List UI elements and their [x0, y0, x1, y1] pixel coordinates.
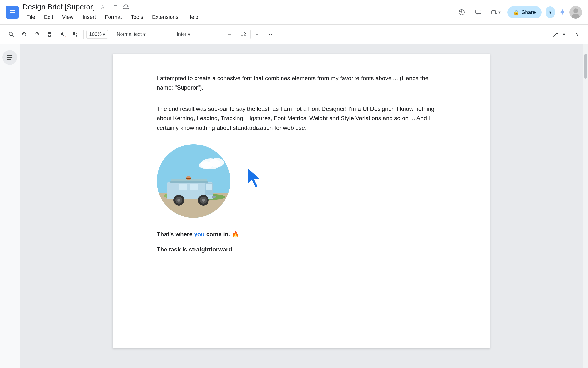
menu-bar: File Edit View Insert Format Tools Exten… [23, 13, 451, 22]
image-row [157, 144, 446, 218]
divider-3 [171, 30, 171, 39]
divider-2 [111, 30, 111, 39]
share-dropdown-button[interactable]: ▾ [546, 6, 555, 18]
paragraph-2: The end result was sub-par to say the le… [157, 104, 446, 132]
svg-rect-39 [186, 178, 191, 179]
style-chevron: ▾ [143, 31, 146, 37]
svg-rect-2 [10, 12, 15, 13]
zoom-selector[interactable]: 100% ▾ [86, 30, 108, 39]
font-chevron: ▾ [188, 31, 190, 37]
svg-rect-14 [48, 35, 51, 36]
menu-help[interactable]: Help [183, 13, 202, 22]
redo-button[interactable] [31, 29, 42, 40]
history-button[interactable] [455, 6, 468, 19]
font-selector[interactable]: Inter ▾ [174, 30, 218, 39]
cursor-area [245, 166, 274, 196]
cloud-icon[interactable] [122, 3, 130, 11]
you-link: you [194, 231, 205, 237]
zoom-value: 100% [89, 31, 102, 37]
menu-insert[interactable]: Insert [79, 13, 100, 22]
para4-underline: straightforward [189, 246, 232, 253]
paragraph-4: The task is straightforward: [157, 245, 446, 254]
style-selector[interactable]: Normal text ▾ [114, 30, 168, 39]
svg-marker-48 [247, 168, 260, 188]
more-options-button[interactable]: ⋯ [264, 29, 275, 40]
sidebar-left [0, 44, 20, 368]
cursor-icon [245, 166, 265, 191]
paragraph-3: That's where you come in. 🔥 [157, 230, 446, 239]
zoom-chevron: ▾ [103, 31, 105, 37]
para4-suffix: : [232, 246, 234, 253]
menu-file[interactable]: File [23, 13, 39, 22]
title-area: Design Brief [Superor] ☆ File Edit View … [23, 3, 451, 22]
search-button[interactable] [6, 29, 17, 40]
svg-line-11 [12, 35, 13, 37]
font-size-increase-button[interactable]: + [252, 29, 262, 40]
outline-button[interactable] [2, 50, 17, 65]
star-icon[interactable]: ☆ [99, 3, 107, 11]
svg-rect-1 [10, 10, 15, 11]
print-button[interactable] [44, 29, 55, 40]
document-page: I attempted to create a cohesive font th… [113, 54, 490, 348]
svg-point-15 [51, 34, 51, 35]
svg-point-42 [177, 199, 180, 202]
scrollbar-thumb[interactable] [584, 54, 587, 79]
image-section [157, 144, 446, 218]
menu-format[interactable]: Format [101, 13, 126, 22]
share-label: Share [521, 9, 536, 15]
document-area: I attempted to create a cohesive font th… [20, 44, 583, 368]
edit-chevron: ▾ [563, 32, 565, 37]
doc-title-row: Design Brief [Superor] ☆ [23, 3, 451, 11]
svg-point-45 [202, 199, 205, 202]
main-area: I attempted to create a cohesive font th… [0, 44, 588, 368]
font-value: Inter [177, 31, 186, 37]
svg-rect-6 [492, 11, 496, 14]
style-value: Normal text [117, 31, 142, 37]
spell-check-button[interactable]: A✓ [57, 29, 68, 40]
para3-prefix: That's where [157, 231, 194, 237]
lock-icon: 🔒 [513, 9, 519, 15]
font-size-display[interactable]: 12 [236, 30, 251, 39]
svg-rect-3 [10, 14, 13, 14]
svg-line-18 [554, 34, 556, 36]
svg-rect-5 [476, 10, 481, 14]
svg-rect-47 [212, 196, 216, 198]
svg-rect-34 [179, 184, 187, 190]
paint-format-button[interactable] [70, 29, 80, 40]
doc-title: Design Brief [Superor] [23, 3, 95, 11]
menu-view[interactable]: View [58, 13, 77, 22]
edit-mode-button[interactable] [550, 29, 561, 40]
svg-point-27 [199, 161, 213, 169]
divider-4 [221, 30, 221, 39]
svg-rect-16 [73, 32, 75, 35]
folder-icon[interactable] [110, 3, 118, 11]
van-image[interactable] [157, 144, 230, 218]
gemini-icon[interactable]: ✦ [559, 8, 565, 17]
app-icon [6, 6, 19, 19]
toolbar: A✓ 100% ▾ Normal text ▾ Inter ▾ − 12 + ⋯… [0, 25, 588, 44]
meet-button[interactable]: ▾ [489, 6, 503, 19]
top-right-controls: ▾ 🔒 Share ▾ ✦ [455, 6, 582, 19]
menu-tools[interactable]: Tools [127, 13, 147, 22]
svg-point-8 [573, 8, 578, 13]
font-size-decrease-button[interactable]: − [224, 29, 235, 40]
menu-extensions[interactable]: Extensions [148, 13, 183, 22]
svg-rect-33 [206, 184, 212, 190]
toolbar-right: ▾ ∧ [550, 29, 582, 40]
share-button[interactable]: 🔒 Share [507, 6, 542, 18]
font-size-control: − 12 + [224, 29, 262, 40]
para4-prefix: The task is [157, 246, 189, 253]
svg-rect-13 [48, 32, 51, 34]
undo-button[interactable] [19, 29, 29, 40]
comments-button[interactable] [472, 6, 485, 19]
divider-5 [568, 30, 568, 39]
collapse-toolbar-button[interactable]: ∧ [571, 29, 582, 40]
divider-1 [83, 30, 84, 39]
para3-suffix: come in. 🔥 [205, 231, 239, 237]
scrollbar-track [583, 44, 588, 368]
menu-edit[interactable]: Edit [40, 13, 57, 22]
paragraph-1: I attempted to create a cohesive font th… [157, 74, 446, 92]
top-bar: Design Brief [Superor] ☆ File Edit View … [0, 0, 588, 25]
user-avatar[interactable] [569, 6, 582, 19]
